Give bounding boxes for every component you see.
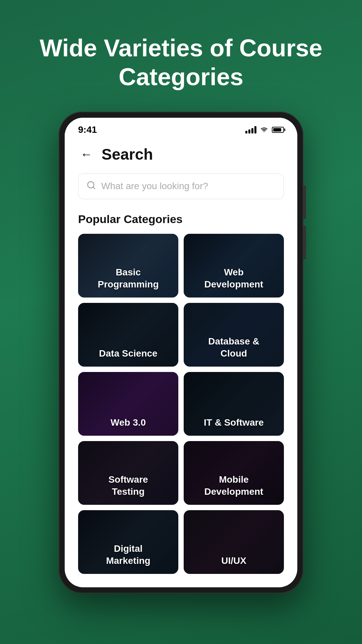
phone-frame: 9:41 (59, 112, 303, 593)
screen-title: Search (102, 145, 153, 163)
category-card-ui-ux[interactable]: UI/UX (184, 510, 284, 574)
search-icon (86, 180, 96, 192)
card-label-basic-programming: Basic Programming (78, 261, 178, 298)
card-label-software-testing: Software Testing (78, 468, 178, 505)
signal-bar-1 (245, 131, 247, 133)
card-label-it-software: IT & Software (184, 411, 284, 435)
category-card-it-software[interactable]: IT & Software (184, 372, 284, 436)
categories-grid: Basic ProgrammingWeb DevelopmentData Sci… (78, 234, 284, 574)
category-card-mobile-development[interactable]: Mobile Development (184, 441, 284, 505)
category-card-software-testing[interactable]: Software Testing (78, 441, 178, 505)
category-card-web-development[interactable]: Web Development (184, 234, 284, 298)
category-card-digital-marketing[interactable]: Digital Marketing (78, 510, 178, 574)
card-label-database-cloud: Database & Cloud (184, 330, 284, 367)
phone-side-button-mid (303, 226, 306, 259)
card-label-web3: Web 3.0 (78, 411, 178, 435)
signal-bar-2 (248, 129, 250, 133)
page-title: Wide Varieties of Course Categories (27, 34, 335, 92)
status-icons (245, 126, 284, 133)
app-content: ← Search What are you looking for? P (65, 139, 297, 587)
phone-screen: 9:41 (65, 118, 297, 587)
signal-bar-4 (254, 126, 256, 133)
wifi-icon (260, 126, 268, 133)
search-input[interactable]: What are you looking for? (101, 181, 276, 192)
card-label-web-development: Web Development (184, 261, 284, 298)
phone-side-button-top (303, 185, 306, 219)
back-arrow-icon: ← (80, 147, 93, 161)
card-label-ui-ux: UI/UX (184, 549, 284, 574)
category-card-web3[interactable]: Web 3.0 (78, 372, 178, 436)
battery-fill (273, 128, 281, 131)
card-label-digital-marketing: Digital Marketing (78, 537, 178, 574)
status-time: 9:41 (78, 124, 97, 135)
category-card-data-science[interactable]: Data Science (78, 303, 178, 367)
phone-mockup: 9:41 (59, 112, 303, 613)
signal-icon (245, 126, 256, 133)
category-card-basic-programming[interactable]: Basic Programming (78, 234, 178, 298)
svg-point-0 (264, 132, 264, 132)
svg-line-2 (93, 187, 95, 189)
search-box[interactable]: What are you looking for? (78, 173, 284, 199)
card-label-mobile-development: Mobile Development (184, 468, 284, 505)
screen-header: ← Search (78, 145, 284, 163)
section-label: Popular Categories (78, 213, 284, 226)
back-button[interactable]: ← (78, 146, 95, 163)
status-bar: 9:41 (65, 118, 297, 139)
battery-icon (272, 127, 284, 133)
page-header: Wide Varieties of Course Categories (0, 0, 362, 112)
card-label-data-science: Data Science (78, 342, 178, 366)
category-card-database-cloud[interactable]: Database & Cloud (184, 303, 284, 367)
signal-bar-3 (251, 128, 253, 133)
